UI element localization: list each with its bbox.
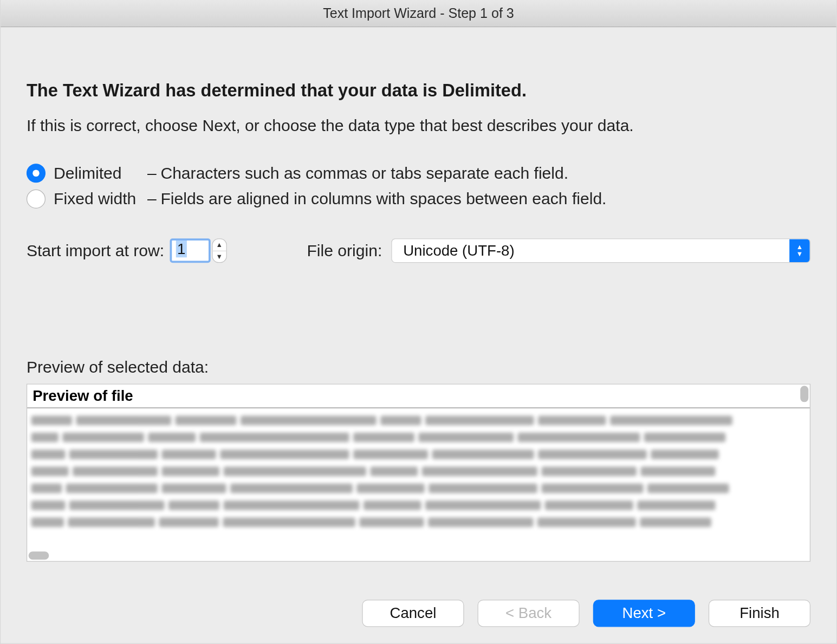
select-chevrons-icon: ▲▼ (789, 239, 810, 262)
radio-delimited-desc: Characters such as commas or tabs separa… (160, 164, 568, 183)
preview-label: Preview of selected data: (27, 358, 810, 377)
stepper-down-icon[interactable]: ▼ (212, 250, 226, 262)
preview-header: Preview of file (27, 385, 810, 408)
wizard-subtext: If this is correct, choose Next, or choo… (27, 116, 810, 135)
dash: – (147, 190, 157, 209)
wizard-button-row: Cancel < Back Next > Finish (1, 585, 836, 643)
finish-button[interactable]: Finish (709, 600, 810, 627)
wizard-content: The Text Wizard has determined that your… (1, 27, 836, 585)
start-row-label: Start import at row: (27, 241, 164, 260)
radio-delimited[interactable] (27, 164, 46, 183)
cancel-button[interactable]: Cancel (362, 600, 464, 627)
controls-row: Start import at row: 1 ▲ ▼ File origin: … (27, 238, 810, 263)
preview-row (31, 413, 806, 428)
preview-box: Preview of file (27, 384, 810, 562)
next-button[interactable]: Next > (593, 600, 695, 627)
stepper-up-icon[interactable]: ▲ (212, 239, 226, 250)
preview-row (31, 464, 806, 479)
wizard-heading: The Text Wizard has determined that your… (27, 80, 810, 101)
preview-horizontal-scrollbar[interactable] (29, 551, 49, 560)
dash: – (147, 164, 157, 183)
preview-vertical-scrollbar[interactable] (800, 386, 808, 402)
back-button: < Back (478, 600, 580, 627)
preview-data-area[interactable] (27, 407, 810, 561)
file-origin-value: Unicode (UTF-8) (403, 242, 514, 259)
preview-row (31, 515, 806, 530)
preview-row (31, 430, 806, 445)
start-row-input[interactable]: 1 (170, 238, 210, 263)
radio-fixed-width-label: Fixed width (54, 190, 144, 209)
file-origin-label: File origin: (307, 241, 382, 260)
radio-fixed-width-desc: Fields are aligned in columns with space… (160, 190, 606, 209)
window-title: Text Import Wizard - Step 1 of 3 (323, 5, 514, 21)
file-origin-select[interactable]: Unicode (UTF-8) ▲▼ (392, 238, 810, 263)
radio-fixed-width[interactable] (27, 190, 46, 209)
radio-row-fixed-width: Fixed width – Fields are aligned in colu… (27, 190, 810, 209)
window-titlebar: Text Import Wizard - Step 1 of 3 (1, 0, 836, 27)
preview-row (31, 481, 806, 496)
start-row-value: 1 (176, 240, 186, 257)
start-row-spinner: 1 ▲ ▼ (170, 238, 226, 263)
data-type-radio-group: Delimited – Characters such as commas or… (27, 164, 810, 215)
start-row-stepper: ▲ ▼ (212, 238, 227, 263)
preview-row (31, 447, 806, 462)
preview-row (31, 498, 806, 513)
radio-row-delimited: Delimited – Characters such as commas or… (27, 164, 810, 183)
radio-delimited-label: Delimited (54, 164, 144, 183)
wizard-window: Text Import Wizard - Step 1 of 3 The Tex… (0, 0, 837, 644)
